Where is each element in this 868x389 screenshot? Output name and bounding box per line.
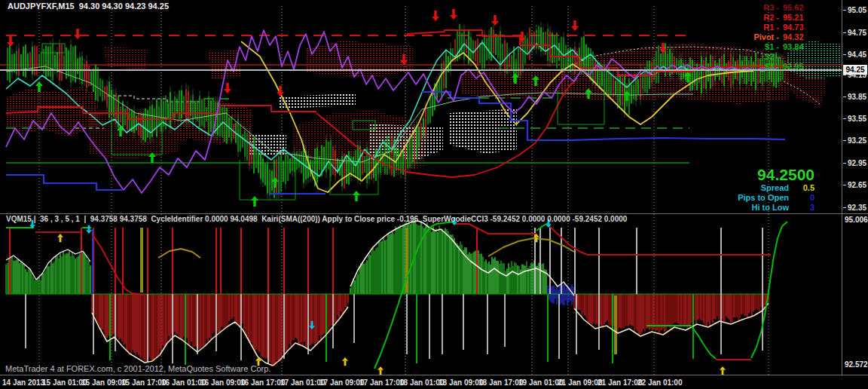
pivot-legend: R3 -95.62 R2 -95.21 R1 -94.73 Pivot -94.… <box>735 3 815 72</box>
price-tick: 94.75 <box>848 29 866 37</box>
pivot-value: 92.95 <box>783 62 815 72</box>
pivot-row-r1: R1 -94.73 <box>735 23 815 32</box>
time-label: 21 Jan 09:00 <box>558 378 603 387</box>
time-label: 21 Jan 17:00 <box>598 378 643 387</box>
indicator-scale-min: 92.572 <box>845 361 868 369</box>
price-tick: 94.45 <box>848 51 866 59</box>
time-label: 18 Jan 01:00 <box>399 378 445 387</box>
price-chart-pane[interactable]: AUDJPYFXF,M15 94.30 94.30 94.23 94.25 R3… <box>0 0 842 213</box>
current-price-tag: 94.25 <box>843 65 867 75</box>
pivot-row-r3: R3 -95.62 <box>735 3 815 13</box>
time-label: 17 Jan 01:00 <box>280 378 326 387</box>
indicator-pane[interactable]: VQM15 | 36 , 3 , 5 , 1 | 94.3758 94.3758… <box>0 214 842 375</box>
pivot-label: R3 - <box>735 3 779 13</box>
pivot-label: $1 - <box>735 42 779 52</box>
price-tick: 92.35 <box>848 204 866 212</box>
pivot-value: 95.21 <box>783 13 815 23</box>
channel-boxes-layer <box>42 44 604 200</box>
spread-row: Spread0.5 <box>738 183 815 193</box>
indicator-scale-max: 95.0068 <box>845 216 868 224</box>
time-label: 15 Jan 01:00 <box>42 378 87 387</box>
hi-to-low-row: Hi to Low3 <box>738 203 815 213</box>
time-label: 16 Jan 01:00 <box>161 378 206 387</box>
time-label: 17 Jan 17:00 <box>359 378 405 387</box>
pivot-row-s2: $2 - <box>735 52 815 62</box>
pivot-label: R2 - <box>735 13 779 23</box>
pivot-label: $2 - <box>735 52 779 62</box>
hilo-value: 3 <box>789 203 815 213</box>
pivot-value: 94.32 <box>783 32 815 42</box>
pivot-row-r2: R2 -95.21 <box>735 13 815 23</box>
spread-label: Spread <box>761 183 789 193</box>
current-price-display: 94.2500 <box>738 166 815 183</box>
pivot-value: 93.84 <box>783 42 815 52</box>
pips-to-open-row: Pips to Open0 <box>738 193 815 203</box>
time-label: 18 Jan 09:00 <box>439 378 484 387</box>
indicator-header: VQM15 | 36 , 3 , 5 , 1 | 94.3758 94.3758… <box>6 215 627 223</box>
pips-label: Pips to Open <box>738 193 789 203</box>
time-label: 15 Jan 09:00 <box>81 378 127 387</box>
price-tick: 92.95 <box>848 160 866 167</box>
time-label: 14 Jan 2013 <box>2 378 44 387</box>
price-tick: 93.25 <box>848 137 866 145</box>
time-label: 17 Jan 09:00 <box>319 378 365 387</box>
time-label: 15 Jan 17:00 <box>121 378 167 387</box>
hilo-label: Hi to Low <box>752 203 790 213</box>
time-label: 22 Jan 01:00 <box>637 378 683 387</box>
indicator-canvas[interactable] <box>0 214 842 375</box>
pivot-row-s3: $3 -92.95 <box>735 62 815 72</box>
time-label: 16 Jan 09:00 <box>200 378 246 387</box>
pivot-value <box>783 52 815 62</box>
price-tick: 95.05 <box>848 7 866 14</box>
chart-title: AUDJPYFXF,M15 94.30 94.30 94.23 94.25 <box>8 2 169 11</box>
pivot-value: 95.62 <box>783 3 815 13</box>
pivot-label: $3 - <box>735 62 779 72</box>
candles-layer <box>8 22 783 201</box>
pivot-row-s1: $1 -93.84 <box>735 42 815 52</box>
pivot-row-pivot: Pivot -94.32 <box>735 32 815 42</box>
price-chart-canvas[interactable] <box>0 0 842 213</box>
price-tick: 93.55 <box>848 115 866 123</box>
copyright-watermark: MetaTrader 4 at FOREX.com, c 2001-2012, … <box>5 364 270 373</box>
price-tick: 93.85 <box>848 93 866 101</box>
pivot-label: R1 - <box>735 23 779 32</box>
time-label: 16 Jan 17:00 <box>240 378 286 387</box>
pips-value: 0 <box>789 193 815 203</box>
price-tick: 92.65 <box>848 182 866 189</box>
time-label: 18 Jan 17:00 <box>478 378 524 387</box>
pivot-value: 94.73 <box>783 23 815 32</box>
pivot-label: Pivot - <box>735 32 779 42</box>
price-axis[interactable]: 95.05 94.75 94.45 94.15 93.85 93.55 93.2… <box>842 0 868 375</box>
time-axis[interactable]: 14 Jan 2013 15 Jan 01:00 15 Jan 09:00 15… <box>0 375 868 389</box>
price-info-panel: 94.2500 Spread0.5 Pips to Open0 Hi to Lo… <box>738 166 815 213</box>
spread-value: 0.5 <box>789 183 815 193</box>
mt4-chart-window: AUDJPYFXF,M15 94.30 94.30 94.23 94.25 R3… <box>0 0 868 389</box>
time-label: 19 Jan 01:00 <box>518 378 564 387</box>
